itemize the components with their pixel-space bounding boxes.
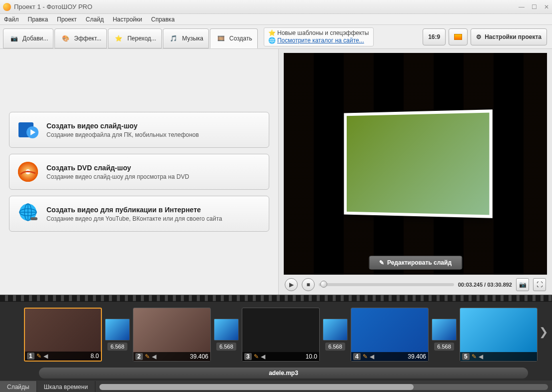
slide-thumb-3[interactable]: 3✎◀10.0 [242,308,320,362]
tab-music[interactable]: 🎵 Музыка [163,28,209,48]
transition-time: 6.568 [434,343,454,351]
menu-settings[interactable]: Настройки [113,16,142,23]
create-web-title: Создать видео для публикации в Интернете [46,206,222,214]
globe-icon: 🌐 [268,37,276,44]
slide-duration: 39.406 [190,353,208,360]
play-button[interactable]: ▶ [285,278,298,291]
snapshot-button[interactable]: 📷 [516,278,529,291]
slide-thumb-1[interactable]: 1✎◀8.0 [24,308,102,362]
slide-number: 3 [244,353,252,360]
chevron-left-icon: ◀ [152,353,156,360]
view-tab-slides[interactable]: Слайды [0,381,37,392]
display-mode-button[interactable] [449,28,468,45]
aspect-ratio-label: 16:9 [428,33,440,40]
minimize-button[interactable]: — [519,3,525,10]
video-icon [16,118,39,141]
preview-frame [344,109,492,218]
right-header: ⭐ Новые шаблоны и спецэффекты 🌐 Посмотри… [259,25,552,48]
menu-slide[interactable]: Слайд [86,16,104,23]
transition-1[interactable]: 6.568 [105,319,130,351]
view-tabs: Слайды Шкала времени [0,381,552,392]
gear-icon: ⚙ [476,33,482,40]
pencil-icon: ✎ [472,353,477,360]
app-icon [3,3,11,11]
film-strip [0,295,552,302]
globe-icon [16,202,39,225]
slide-number: 4 [353,353,361,360]
slide-thumb-2[interactable]: 2✎◀39.406 [133,308,211,362]
camera-icon: 📷 [8,33,19,44]
slide-duration: 8.0 [90,353,99,360]
player-bar: ▶ ■ 00:03.245 / 03:30.892 📷 ⛶ [284,275,547,295]
titlebar: Проект 1 - ФотоШОУ PRO — ☐ ✕ [0,0,552,14]
transition-thumb [323,319,348,341]
star-icon: ⭐ [113,33,124,44]
aspect-ratio-button[interactable]: 16:9 [423,28,446,45]
preview-area[interactable]: ✎ Редактировать слайд [284,53,547,275]
create-dvd-desc: Создание видео слайд-шоу для просмотра н… [46,173,189,180]
playback-slider[interactable] [319,283,454,286]
tab-effects-label: Эффект... [74,35,101,42]
toolbar-row: 📷 Добави... 🎨 Эффект... ⭐ Переход... 🎵 М… [0,25,552,49]
create-video-title: Создать видео слайд-шоу [46,122,199,130]
stop-button[interactable]: ■ [302,278,315,291]
transition-thumb [105,319,130,341]
transition-2[interactable]: 6.568 [214,319,239,351]
tab-add-label: Добави... [22,35,48,42]
slider-thumb[interactable] [320,281,327,288]
transition-time: 6.568 [107,343,127,351]
chevron-left-icon: ◀ [261,353,265,360]
tab-music-label: Музыка [182,35,203,42]
transition-time: 6.568 [325,343,345,351]
tab-create-label: Создать [229,35,252,42]
music-icon: 🎵 [168,33,179,44]
timeline-section: 1✎◀8.06.5682✎◀39.4066.5683✎◀10.06.5684✎◀… [0,295,552,392]
create-video-desc: Создание видеофайла для ПК, мобильных те… [46,131,199,138]
slide-number: 2 [135,353,143,360]
project-settings-label: Настройки проекта [485,33,542,40]
edit-slide-label: Редактировать слайд [387,259,452,266]
edit-slide-button[interactable]: ✎ Редактировать слайд [369,256,462,270]
slides-row[interactable]: 1✎◀8.06.5682✎◀39.4066.5683✎◀10.06.5684✎◀… [0,302,552,366]
slide-duration: 39.406 [408,353,426,360]
close-button[interactable]: ✕ [544,3,549,10]
transition-4[interactable]: 6.568 [432,319,457,351]
film-icon: 🎞️ [215,33,226,44]
notice-line1: Новые шаблоны и спецэффекты [277,29,369,36]
menu-file[interactable]: Файл [4,16,19,23]
chevron-left-icon: ◀ [479,353,483,360]
audio-track[interactable]: adele.mp3 [39,368,528,379]
palette-icon: 🎨 [60,33,71,44]
slide-number: 5 [462,353,470,360]
tab-effects[interactable]: 🎨 Эффект... [54,28,107,48]
transition-thumb [214,319,239,341]
window-title: Проект 1 - ФотоШОУ PRO [14,3,92,10]
tab-toolbar: 📷 Добави... 🎨 Эффект... ⭐ Переход... 🎵 М… [0,25,259,48]
scrollbar-thumb[interactable] [99,384,414,390]
create-web-desc: Создание видео для YouTube, ВКонтакте ил… [46,215,222,222]
create-web-card[interactable]: Создать видео для публикации в Интернете… [9,196,269,232]
tab-add[interactable]: 📷 Добави... [3,28,53,48]
slide-thumb-4[interactable]: 4✎◀39.406 [351,308,429,362]
view-tab-timeline[interactable]: Шкала времени [37,381,95,392]
chevron-left-icon: ◀ [43,353,48,360]
create-dvd-card[interactable]: Создать DVD слайд-шоу Создание видео сла… [9,154,269,190]
next-slides-button[interactable]: ❯ [539,326,548,339]
tab-create[interactable]: 🎞️ Создать [210,28,258,48]
pencil-icon: ✎ [379,259,384,266]
notice-link[interactable]: Посмотрите каталог на сайте... [277,37,364,44]
create-video-card[interactable]: Создать видео слайд-шоу Создание видеофа… [9,112,269,148]
maximize-button[interactable]: ☐ [532,3,537,10]
slide-duration: 10.0 [306,353,317,360]
fullscreen-button[interactable]: ⛶ [533,278,546,291]
left-panel: Создать видео слайд-шоу Создание видеофа… [0,49,279,295]
tab-transitions[interactable]: ⭐ Переход... [108,28,162,48]
transition-3[interactable]: 6.568 [323,319,348,351]
menu-help[interactable]: Справка [151,16,174,23]
horizontal-scrollbar[interactable] [99,384,548,390]
menu-edit[interactable]: Правка [28,16,48,23]
project-settings-button[interactable]: ⚙Настройки проекта [471,28,547,45]
window-controls: — ☐ ✕ [519,3,549,10]
slide-thumb-5[interactable]: 5✎◀ [460,308,538,362]
menu-project[interactable]: Проект [57,16,77,23]
